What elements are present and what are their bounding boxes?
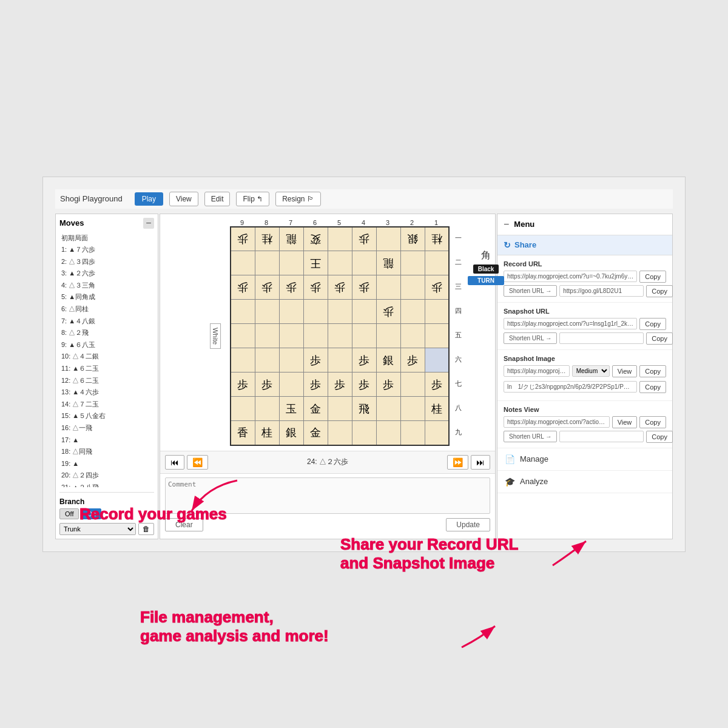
cell-2-3[interactable] [400, 275, 425, 300]
embed-copy-button[interactable]: Copy [639, 381, 666, 393]
cell-7-5[interactable] [279, 324, 303, 348]
cell-9-2[interactable] [231, 251, 255, 275]
cell-7-1[interactable]: 龍 [279, 227, 303, 251]
move-13[interactable]: 13: ▲４六歩 [59, 386, 154, 399]
cell-6-2[interactable]: 王 [303, 251, 328, 275]
cell-5-9[interactable] [328, 421, 352, 445]
cell-8-5[interactable] [255, 324, 279, 348]
cell-4-3[interactable]: 歩 [352, 275, 376, 300]
branch-delete-button[interactable]: 🗑 [138, 523, 154, 535]
branch-on-button[interactable]: On [81, 508, 101, 519]
move-21[interactable]: 21: ▲２八飛 [59, 482, 154, 487]
cell-2-7[interactable] [400, 372, 425, 397]
cell-3-5[interactable] [376, 324, 400, 348]
cell-2-2[interactable] [400, 251, 425, 275]
move-17[interactable]: 17: ▲ [59, 434, 154, 447]
branch-select[interactable]: Trunk [59, 523, 136, 535]
cell-2-1[interactable]: 銀 [400, 227, 425, 251]
cell-9-9[interactable]: 香 [231, 421, 255, 445]
clear-comment-button[interactable]: Clear [165, 518, 203, 531]
cell-5-6[interactable] [328, 348, 352, 372]
cell-3-8[interactable] [376, 397, 400, 421]
cell-5-4[interactable] [328, 300, 352, 324]
cell-3-4[interactable]: 歩 [376, 300, 400, 324]
view-button[interactable]: View [169, 192, 198, 206]
move-15[interactable]: 15: ▲５八金右 [59, 410, 154, 422]
notes-copy-button[interactable]: Copy [639, 416, 666, 428]
cell-9-3[interactable]: 歩 [231, 275, 255, 300]
move-5[interactable]: 5: ▲同角成 [59, 291, 154, 303]
cell-1-2[interactable] [425, 251, 449, 275]
cell-6-1[interactable]: 変 [303, 227, 328, 251]
update-comment-button[interactable]: Update [446, 518, 490, 531]
cell-6-7[interactable]: 歩 [303, 372, 328, 397]
cell-1-6[interactable] [425, 348, 449, 372]
nav-last-button[interactable]: ⏭ [471, 455, 490, 470]
cell-8-6[interactable] [255, 348, 279, 372]
cell-5-7[interactable]: 歩 [328, 372, 352, 397]
cell-5-8[interactable] [328, 397, 352, 421]
cell-2-4[interactable] [400, 300, 425, 324]
cell-8-7[interactable]: 歩 [255, 372, 279, 397]
cell-1-5[interactable] [425, 324, 449, 348]
move-9[interactable]: 9: ▲６八玉 [59, 339, 154, 351]
cell-5-1[interactable] [328, 227, 352, 251]
notes-shorten-input[interactable] [559, 431, 644, 442]
cell-4-1[interactable]: 歩 [352, 227, 376, 251]
cell-7-9[interactable]: 銀 [279, 421, 303, 445]
cell-1-1[interactable]: 桂 [425, 227, 449, 251]
cell-2-6[interactable]: 歩 [400, 348, 425, 372]
cell-9-4b[interactable] [255, 300, 279, 324]
notes-view-button[interactable]: View [612, 416, 638, 428]
cell-9-4[interactable] [231, 300, 255, 324]
snapshot-url-copy-button[interactable]: Copy [639, 318, 666, 330]
moves-minimize-button[interactable]: − [143, 218, 154, 229]
cell-1-3[interactable]: 歩 [425, 275, 449, 300]
snapshot-url-shorten-button[interactable]: Shorten URL → [504, 332, 557, 344]
snapshot-image-copy-button[interactable]: Copy [639, 365, 666, 377]
cell-7-6[interactable] [279, 348, 303, 372]
move-4[interactable]: 4: △３三角 [59, 280, 154, 292]
cell-9-6[interactable] [231, 348, 255, 372]
cell-9-5[interactable] [231, 324, 255, 348]
play-button[interactable]: Play [135, 192, 163, 206]
cell-6-5[interactable] [303, 324, 328, 348]
shogi-board[interactable]: 歩 桂 龍 変 歩 銀 桂 [230, 226, 450, 446]
move-8[interactable]: 8: △２飛 [59, 327, 154, 339]
cell-4-5[interactable] [352, 324, 376, 348]
cell-6-4[interactable] [303, 300, 328, 324]
cell-3-9[interactable] [376, 421, 400, 445]
share-button[interactable]: ↻ Share [504, 240, 536, 250]
move-3[interactable]: 3: ▲２六歩 [59, 268, 154, 280]
flip-button[interactable]: Flip ↰ [236, 192, 269, 206]
move-11[interactable]: 11: ▲６二玉 [59, 363, 154, 375]
snapshot-image-view-button[interactable]: View [612, 365, 638, 377]
cell-4-8[interactable]: 飛 [352, 397, 376, 421]
comment-textarea[interactable] [165, 477, 490, 514]
move-19[interactable]: 19: ▲ [59, 458, 154, 470]
cell-1-8[interactable]: 桂 [425, 397, 449, 421]
cell-3-2[interactable]: 龍 [376, 251, 400, 275]
move-14[interactable]: 14: △７二玉 [59, 399, 154, 411]
cell-4-2[interactable] [352, 251, 376, 275]
cell-2-8[interactable] [400, 397, 425, 421]
cell-7-4[interactable] [279, 300, 303, 324]
cell-7-7[interactable] [279, 372, 303, 397]
record-url-copy-button[interactable]: Copy [639, 271, 666, 283]
resign-button[interactable]: Resign 🏳 [275, 192, 321, 206]
nav-next-button[interactable]: ⏩ [447, 455, 468, 470]
cell-7-8[interactable]: 玉 [279, 397, 303, 421]
moves-list[interactable]: 初期局面 1: ▲７六歩 2: △３四歩 3: ▲２六歩 4: △３三角 5: … [59, 232, 154, 487]
cell-2-9[interactable] [400, 421, 425, 445]
branch-off-button[interactable]: Off [59, 508, 79, 519]
move-16[interactable]: 16: △一飛 [59, 422, 154, 434]
cell-5-2[interactable] [328, 251, 352, 275]
move-0[interactable]: 初期局面 [59, 232, 154, 244]
manage-menu-item[interactable]: 📄 Manage [497, 448, 672, 471]
cell-8-2[interactable] [255, 251, 279, 275]
snapshot-image-url-input[interactable] [504, 365, 570, 377]
cell-2-5[interactable] [400, 324, 425, 348]
snapshot-url-shorten-copy-button[interactable]: Copy [646, 332, 673, 345]
cell-6-3[interactable]: 歩 [303, 275, 328, 300]
record-url-shorten-button[interactable]: Shorten URL → [504, 285, 557, 297]
